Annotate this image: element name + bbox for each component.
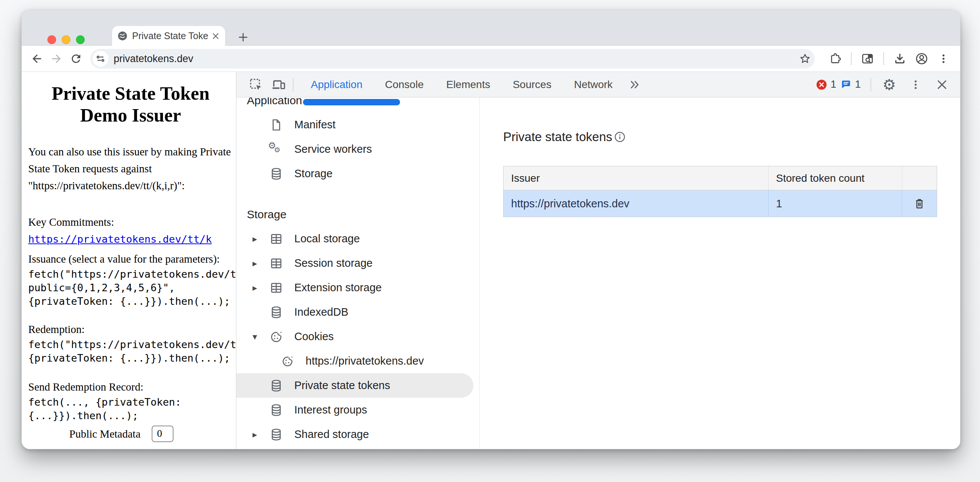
- sidebar-item-local-storage[interactable]: ▸ Local storage: [236, 226, 479, 251]
- chevron-right-icon[interactable]: ▸: [248, 258, 262, 269]
- devtools-tabs: Application Console Elements Sources Net…: [299, 72, 624, 97]
- devtools-tab-application[interactable]: Application: [299, 72, 374, 97]
- devtools-tab-console[interactable]: Console: [374, 72, 435, 97]
- new-tab-button[interactable]: [235, 30, 251, 45]
- sidebar-item-service-workers[interactable]: ⚙⚙ Service workers: [236, 137, 479, 161]
- back-icon[interactable]: [27, 49, 47, 68]
- error-icon: [816, 79, 827, 91]
- send-rr-block: Send Redemption Record: fetch(..., {priv…: [28, 379, 236, 423]
- send-rr-code-line: fetch(..., {privateToken:: [28, 396, 236, 409]
- sidebar-item-label: Local storage: [294, 232, 360, 245]
- zoom-window-button[interactable]: [76, 35, 85, 44]
- sidebar-item-indexeddb[interactable]: IndexedDB: [236, 300, 479, 325]
- grid-icon: [269, 280, 284, 295]
- column-header-actions: [902, 166, 937, 190]
- sidebar-item-manifest[interactable]: Manifest: [236, 113, 479, 137]
- tab-close-icon[interactable]: [212, 32, 220, 40]
- issuance-code-line: {privateToken: {...}}).then(...);: [28, 294, 236, 308]
- sidebar-item-shared-storage[interactable]: ▸ Shared storage: [236, 422, 479, 447]
- sidebar-item-private-state-tokens[interactable]: Private state tokens: [236, 373, 473, 398]
- settings-gear-icon[interactable]: ⚙: [881, 76, 897, 93]
- error-badge[interactable]: 1: [816, 79, 836, 91]
- delete-trash-icon[interactable]: [911, 195, 928, 212]
- toolbar-actions: [820, 49, 953, 68]
- public-metadata-input[interactable]: 0: [152, 426, 173, 442]
- devtools-body: Application Manifest ⚙⚙: [236, 97, 960, 449]
- window-controls: [48, 35, 85, 44]
- window-content: Private State Token Demo Issuer You can …: [22, 72, 960, 449]
- sidebar-item-label: Interest groups: [294, 404, 367, 416]
- issuance-code-line: fetch("https://privatetokens.dev/tt/: [28, 267, 236, 281]
- more-tabs-icon[interactable]: [626, 76, 643, 93]
- chevron-right-icon[interactable]: ▸: [248, 283, 262, 293]
- address-bar[interactable]: privatetokens.dev: [90, 49, 815, 68]
- public-metadata-row: Public Metadata 0: [69, 426, 236, 442]
- chevron-down-icon[interactable]: ▾: [248, 331, 262, 342]
- sidebar-item-label: Shared storage: [294, 428, 369, 441]
- tab-strip: Private State Token Demo: [22, 10, 960, 46]
- inspect-element-icon[interactable]: [248, 76, 264, 93]
- reload-icon[interactable]: [66, 49, 86, 68]
- globe-favicon-icon: [118, 31, 127, 41]
- desktop-background: Private State Token Demo priv: [0, 0, 980, 482]
- side-panel-search-icon[interactable]: [858, 49, 877, 68]
- database-icon: [269, 166, 284, 181]
- browser-menu-kebab-icon[interactable]: [934, 49, 953, 68]
- chevron-right-icon[interactable]: ▸: [248, 234, 262, 244]
- browser-tab[interactable]: Private State Token Demo: [112, 26, 225, 46]
- cell-stored-token-count[interactable]: 1: [768, 190, 902, 217]
- cell-issuer[interactable]: https://privatetokens.dev: [504, 190, 768, 217]
- issuance-block: Issuance (select a value for the paramet…: [28, 251, 236, 308]
- column-header-stored-token-count: Stored token count: [768, 166, 902, 190]
- grid-icon: [269, 256, 284, 271]
- browser-toolbar: privatetokens.dev: [22, 46, 960, 72]
- devtools-tab-network[interactable]: Network: [563, 72, 624, 97]
- gears-icon: ⚙⚙: [269, 142, 284, 157]
- toolbar-divider: [851, 52, 852, 65]
- bookmark-star-icon[interactable]: [799, 52, 811, 65]
- table-row[interactable]: https://privatetokens.dev 1: [504, 190, 937, 217]
- devtools-tab-elements[interactable]: Elements: [435, 72, 502, 97]
- sidebar-item-cookies[interactable]: ▾ Cookies: [236, 325, 479, 349]
- sidebar-item-cookie-origin[interactable]: https://privatetokens.dev: [236, 349, 479, 373]
- page-title: Private State Token Demo Issuer: [28, 83, 233, 126]
- intro-paragraph: You can also use this issuer by making P…: [28, 143, 236, 194]
- sidebar-item-label: Extension storage: [294, 282, 382, 294]
- forward-icon[interactable]: [47, 49, 66, 68]
- devtools-tab-sources[interactable]: Sources: [501, 72, 563, 97]
- send-rr-code-line: {...}}).then(...);: [28, 409, 236, 423]
- extensions-icon[interactable]: [825, 49, 845, 68]
- downloads-icon[interactable]: [890, 49, 910, 68]
- devtools-toolbar-divider: [293, 78, 294, 91]
- redemption-label: Redemption:: [28, 323, 85, 335]
- sidebar-item-label: IndexedDB: [294, 306, 348, 318]
- minimize-window-button[interactable]: [62, 35, 70, 44]
- device-toolbar-icon[interactable]: [270, 76, 287, 93]
- application-sidebar: Application Manifest ⚙⚙: [236, 97, 480, 449]
- key-commitments-link[interactable]: https://privatetokens.dev/tt/k: [28, 233, 212, 245]
- sidebar-item-interest-groups[interactable]: Interest groups: [236, 398, 479, 422]
- sidebar-item-session-storage[interactable]: ▸ Session storage: [236, 251, 479, 275]
- profile-icon[interactable]: [912, 49, 931, 68]
- url-text[interactable]: privatetokens.dev: [114, 53, 799, 65]
- issue-count: 1: [855, 79, 861, 90]
- sidebar-item-storage[interactable]: Storage: [236, 161, 479, 186]
- issues-badge[interactable]: 1: [840, 79, 861, 91]
- sidebar-item-label: https://privatetokens.dev: [305, 355, 424, 367]
- close-window-button[interactable]: [48, 35, 56, 44]
- sidebar-item-extension-storage[interactable]: ▸ Extension storage: [236, 275, 479, 300]
- close-devtools-icon[interactable]: [934, 76, 950, 93]
- redemption-code-line: fetch("https://privatetokens.dev/tt/: [28, 338, 236, 352]
- toolbar-divider: [883, 52, 884, 65]
- sidebar-item-label: Private state tokens: [294, 379, 390, 392]
- issuance-code-line: public={0,1,2,3,4,5,6}",: [28, 281, 236, 294]
- cell-actions: [902, 190, 937, 217]
- column-header-issuer: Issuer: [504, 166, 768, 190]
- site-settings-icon[interactable]: [92, 51, 108, 67]
- sidebar-item-label: Service workers: [294, 143, 372, 155]
- tokens-table: Issuer Stored token count https://privat…: [503, 166, 937, 217]
- chevron-right-icon[interactable]: ▸: [248, 430, 262, 440]
- cookie-icon: [269, 329, 284, 344]
- devtools-menu-kebab-icon[interactable]: [907, 76, 924, 93]
- info-icon[interactable]: [614, 131, 626, 143]
